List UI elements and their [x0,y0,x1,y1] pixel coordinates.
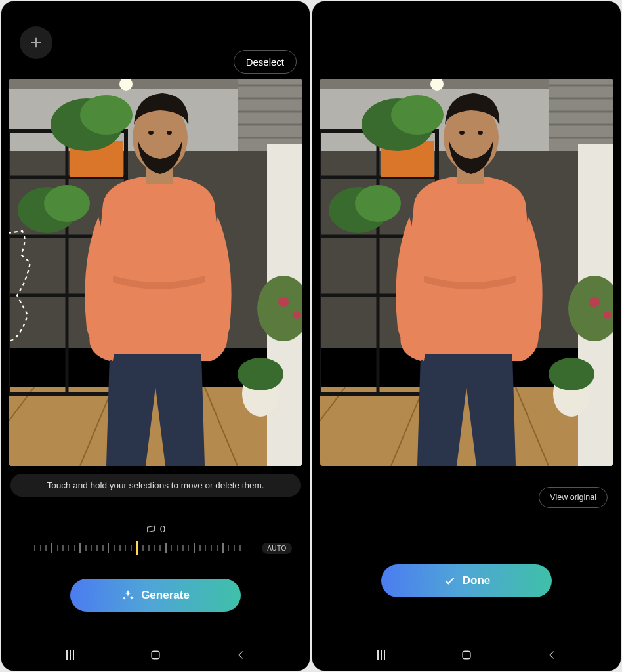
photo-content [9,79,302,466]
slider-value-display: 0 [146,523,165,534]
done-button[interactable]: Done [381,564,552,597]
back-icon [236,649,246,661]
editor-screen-right: View original Done [312,1,621,671]
ruler-tick [125,545,127,551]
svg-point-70 [478,131,483,135]
svg-point-69 [459,131,465,135]
generate-button[interactable]: Generate [70,579,241,612]
sparkle-icon [121,589,135,602]
svg-point-61 [355,185,401,222]
photo-content [320,79,613,466]
ruler-tick [211,545,213,551]
ruler-tick [159,545,161,551]
generate-label: Generate [141,589,190,602]
nav-back-button[interactable] [532,645,571,665]
editor-screen-left: Deselect [1,1,310,671]
ruler-tick [131,545,133,551]
plus-icon [29,35,43,50]
ruler-tick [165,543,167,553]
add-button[interactable] [20,26,52,59]
hint-text: Touch and hold your selections to move o… [47,480,264,490]
svg-point-23 [80,95,133,135]
ruler-tick [85,545,87,551]
rotation-ruler[interactable] [19,541,255,555]
deselect-button[interactable]: Deselect [234,50,297,74]
svg-point-65 [589,297,600,307]
android-nav-bar [1,639,310,671]
ruler-tick [136,541,138,555]
check-icon [443,574,456,587]
ruler-tick [40,545,41,551]
ruler-tick [217,545,218,551]
rotation-slider-block: 0 AUTO [1,523,310,555]
nav-home-button[interactable] [447,645,486,665]
svg-rect-35 [152,651,159,659]
svg-point-27 [238,358,283,390]
ruler-tick [177,545,178,551]
svg-point-33 [148,131,154,135]
auto-button[interactable]: AUTO [262,543,292,554]
ruler-tick [205,545,207,551]
slider-value-text: 0 [160,523,165,534]
hint-pill: Touch and hold your selections to move o… [10,474,301,497]
home-icon [460,648,473,662]
ruler-tick [91,545,93,551]
ruler-tick [45,545,47,551]
svg-point-34 [167,131,172,135]
svg-point-66 [604,311,612,319]
ruler-tick [51,543,52,553]
ruler-tick [114,545,115,551]
auto-label: AUTO [267,545,287,552]
svg-point-59 [391,95,444,135]
ruler-tick [74,545,75,551]
recents-icon [66,650,73,660]
photo-canvas-right[interactable] [320,79,613,466]
ruler-tick [96,545,98,551]
ruler-tick [199,545,201,551]
recents-icon [377,650,384,660]
back-icon [547,649,557,661]
svg-point-30 [293,311,301,319]
ruler-tick [222,543,224,553]
ruler-tick [34,545,35,551]
nav-back-button[interactable] [221,645,260,665]
ruler-tick [142,545,144,551]
view-original-button[interactable]: View original [539,487,608,508]
android-nav-bar [312,639,621,671]
ruler-tick [228,545,230,551]
deselect-label: Deselect [246,56,284,68]
svg-point-25 [44,185,90,222]
nav-recents-button[interactable] [51,645,90,665]
ruler-tick [68,545,70,551]
svg-point-63 [549,358,594,390]
ruler-tick [108,543,110,553]
done-label: Done [463,574,491,587]
svg-rect-71 [463,651,470,659]
ruler-tick [239,545,241,551]
photo-canvas-left[interactable] [9,79,302,466]
nav-recents-button[interactable] [362,645,401,665]
view-original-label: View original [550,493,596,502]
ruler-tick [62,545,64,551]
ruler-tick [171,545,173,551]
ruler-tick [119,545,121,551]
ruler-tick [102,545,104,551]
ruler-tick [79,543,81,553]
ruler-tick [57,545,58,551]
straighten-icon [146,524,156,534]
ruler-tick [188,545,190,551]
ruler-tick [194,543,196,553]
ruler-tick [182,545,184,551]
home-icon [149,648,162,662]
svg-point-29 [278,297,289,307]
ruler-tick [234,545,235,551]
ruler-tick [154,545,156,551]
top-bar: Deselect [1,1,310,74]
nav-home-button[interactable] [136,645,175,665]
ruler-tick [148,545,150,551]
